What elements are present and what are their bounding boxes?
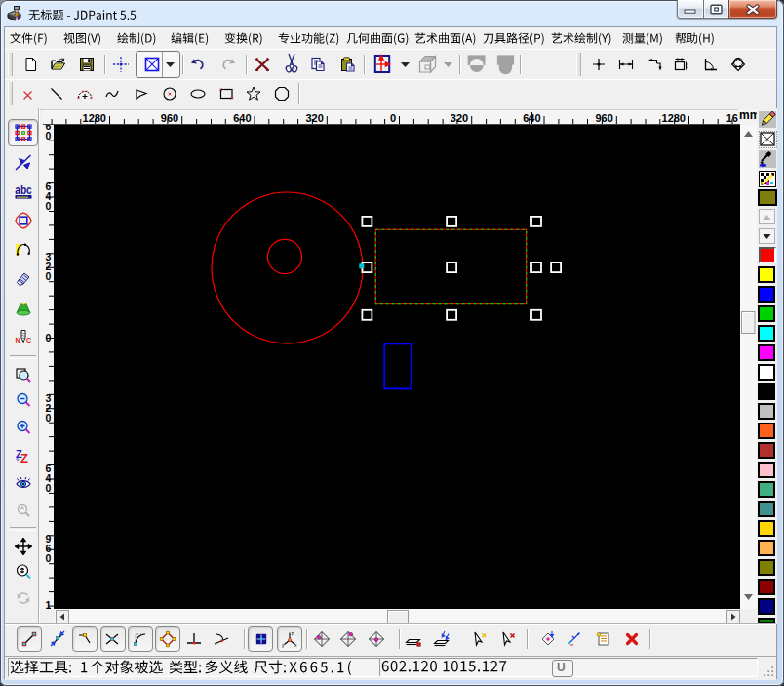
svg-text:1: 1 bbox=[46, 599, 52, 610]
svg-text:1280: 1280 bbox=[83, 112, 106, 124]
svg-text:z: z bbox=[292, 630, 294, 636]
svg-text:320: 320 bbox=[305, 112, 323, 124]
svg-text:Z: Z bbox=[20, 451, 28, 464]
svg-text:0: 0 bbox=[46, 200, 52, 212]
svg-text:0: 0 bbox=[46, 482, 52, 494]
svg-text:320: 320 bbox=[451, 112, 468, 124]
svg-text:960: 960 bbox=[161, 112, 178, 124]
svg-text:0: 0 bbox=[46, 552, 52, 564]
svg-text:0: 0 bbox=[46, 130, 52, 141]
svg-text:16: 16 bbox=[726, 112, 738, 124]
svg-text:0: 0 bbox=[46, 332, 52, 343]
svg-text:0: 0 bbox=[390, 112, 396, 124]
svg-text:N: N bbox=[15, 337, 20, 343]
svg-text:640: 640 bbox=[233, 112, 251, 124]
svg-text:0: 0 bbox=[46, 412, 52, 424]
svg-text:x: x bbox=[294, 642, 297, 648]
svg-text:abc: abc bbox=[15, 182, 32, 197]
svg-text:0: 0 bbox=[46, 270, 52, 282]
svg-text:2: 2 bbox=[46, 609, 52, 610]
svg-text:960: 960 bbox=[595, 112, 612, 124]
svg-text:1280: 1280 bbox=[662, 112, 686, 124]
svg-text:y: y bbox=[282, 642, 285, 648]
svg-text:C: C bbox=[26, 337, 31, 343]
